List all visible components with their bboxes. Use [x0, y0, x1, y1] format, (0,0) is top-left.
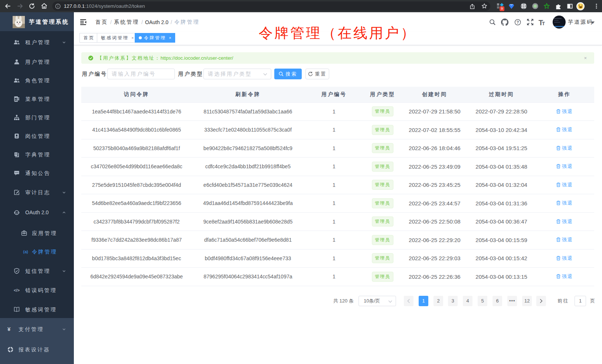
svg-text:?: ? — [517, 20, 519, 24]
